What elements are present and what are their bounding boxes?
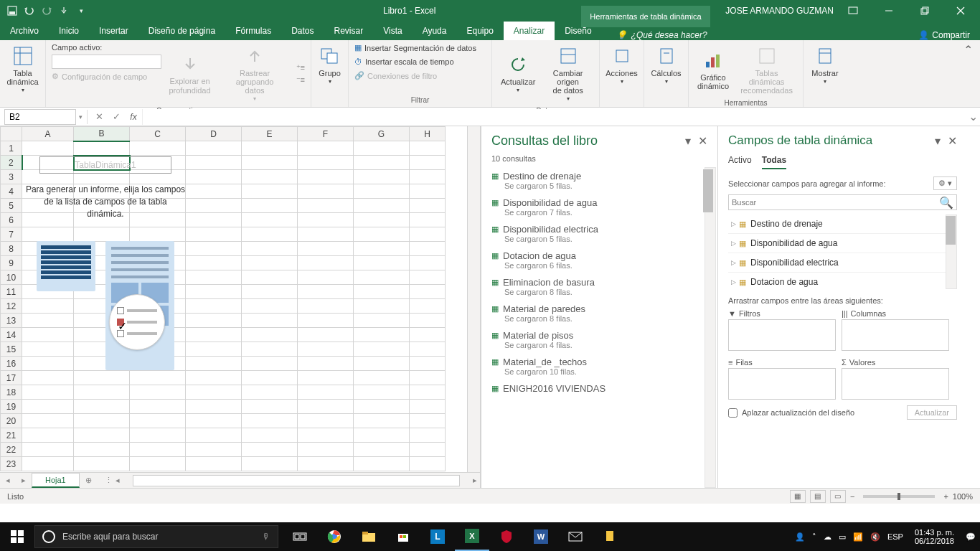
queries-dropdown-icon[interactable]: ▾	[685, 134, 691, 148]
formula-input[interactable]	[142, 109, 966, 125]
fields-dropdown-icon[interactable]: ▾	[935, 134, 941, 148]
update-button[interactable]: Actualizar	[907, 405, 957, 420]
cancel-formula-icon[interactable]: ✕	[90, 111, 108, 122]
show-button[interactable]: Mostrar▾	[809, 42, 841, 88]
tab-inicio[interactable]: Inicio	[49, 22, 89, 40]
redo-icon[interactable]	[39, 3, 55, 19]
insert-slicer-button[interactable]: ▦Insertar Segmentación de datos	[354, 42, 486, 54]
active-field-input[interactable]	[52, 55, 161, 69]
field-row[interactable]: ▷▦Dotacion de agua	[728, 273, 957, 289]
mail-icon[interactable]	[558, 522, 593, 551]
field-row[interactable]: ▷▦Disponibilidad electrica	[728, 253, 957, 273]
expand-formula-icon[interactable]: ⌄	[966, 110, 980, 123]
change-source-button[interactable]: Cambiar origen de datos▾	[542, 42, 593, 105]
fields-close-icon[interactable]: ✕	[948, 134, 957, 148]
area-columns[interactable]	[842, 319, 949, 351]
zoom-out-icon[interactable]: −	[850, 492, 854, 501]
query-item[interactable]: ▦Material_de _techosSe cargaron 10 filas…	[491, 353, 715, 380]
fields-search-input[interactable]	[732, 198, 939, 207]
field-row[interactable]: ▷▦Disponibilidad de agua	[728, 234, 957, 253]
collapse-ribbon-icon[interactable]: ⌃	[956, 40, 980, 107]
app-yellow-icon[interactable]	[593, 522, 627, 551]
defer-checkbox[interactable]	[728, 408, 738, 418]
app-l-icon[interactable]: L	[420, 522, 455, 551]
insert-timeline-button[interactable]: ⏱Insertar escala de tiempo	[354, 56, 486, 67]
expand-icon[interactable]: ▷	[731, 278, 736, 286]
tab-equipo[interactable]: Equipo	[456, 22, 503, 40]
clock[interactable]: 01:43 p. m. 06/12/2018	[910, 528, 958, 545]
view-layout-icon[interactable]: ▤	[810, 490, 826, 503]
expand-icon[interactable]: ⁺≡	[296, 63, 305, 72]
calculations-button[interactable]: Cálculos▾	[650, 42, 682, 88]
name-box[interactable]	[4, 109, 76, 125]
sheet-tab[interactable]: Hoja1	[32, 473, 80, 488]
area-filters[interactable]	[728, 319, 836, 351]
fx-icon[interactable]: fx	[125, 112, 142, 122]
query-item[interactable]: ▦Disponibilidad electricaSe cargaron 5 f…	[491, 220, 715, 247]
tab-ayuda[interactable]: Ayuda	[413, 22, 457, 40]
fields-tab-all[interactable]: Todas	[762, 152, 786, 169]
fields-scrollbar[interactable]	[946, 215, 957, 289]
group-button[interactable]: Grupo▾	[317, 42, 342, 88]
volume-icon[interactable]: 🔇	[870, 532, 880, 542]
ribbon-display-icon[interactable]	[837, 0, 870, 22]
tab-diseno-pagina[interactable]: Diseño de página	[138, 22, 225, 40]
store-icon[interactable]	[386, 522, 420, 551]
query-item[interactable]: ▦ENIGH2016 VIVIENDAS	[491, 380, 715, 397]
onedrive-icon[interactable]: ☁	[824, 532, 831, 542]
pivot-chart-button[interactable]: Gráfico dinámico	[694, 42, 732, 98]
excel-icon[interactable]: X	[455, 522, 489, 551]
expand-icon[interactable]: ▷	[731, 259, 736, 266]
area-rows[interactable]	[728, 368, 836, 400]
queries-close-icon[interactable]: ✕	[698, 134, 707, 148]
worksheet-grid[interactable]: ABCDEFGH12345678910111213141516171819202…	[0, 126, 467, 472]
field-settings-button[interactable]: ⚙Configuración de campo	[52, 70, 161, 83]
notifications-icon[interactable]: 💬	[966, 532, 976, 542]
mic-icon[interactable]: 🎙	[262, 532, 270, 542]
close-icon[interactable]	[944, 0, 977, 22]
undo-icon[interactable]	[22, 3, 37, 19]
sheet-nav-next[interactable]: ▸	[16, 476, 32, 485]
battery-icon[interactable]: ▭	[839, 532, 846, 542]
user-name[interactable]: JOSE ARMANDO GUZMAN	[725, 6, 834, 16]
save-icon[interactable]	[4, 3, 20, 19]
query-item[interactable]: ▦Dotacion de aguaSe cargaron 6 filas.	[491, 247, 715, 273]
zoom-slider[interactable]	[863, 495, 935, 498]
wifi-icon[interactable]: 📶	[853, 532, 863, 542]
field-row[interactable]: ▷▦Destino de drenaje	[728, 215, 957, 234]
tab-insertar[interactable]: Insertar	[89, 22, 138, 40]
tab-analizar[interactable]: Analizar	[504, 22, 555, 40]
query-item[interactable]: ▦Material de paredesSe cargaron 8 filas.	[491, 300, 715, 326]
query-item[interactable]: ▦Material de pisosSe cargaron 4 filas.	[491, 326, 715, 353]
taskbar-search[interactable]: Escribe aquí para buscar 🎙	[34, 525, 278, 548]
enter-formula-icon[interactable]: ✓	[108, 111, 125, 122]
actions-button[interactable]: Acciones▾	[606, 42, 638, 88]
tab-archivo[interactable]: Archivo	[0, 22, 49, 40]
area-values[interactable]	[842, 368, 949, 400]
new-sheet-icon[interactable]: ⊕	[80, 476, 98, 485]
zoom-in-icon[interactable]: +	[943, 492, 948, 501]
sheet-nav-prev[interactable]: ◂	[0, 476, 16, 485]
explorer-icon[interactable]	[352, 522, 386, 551]
chrome-icon[interactable]	[317, 522, 352, 551]
zoom-level[interactable]: 100%	[953, 492, 973, 501]
word-icon[interactable]: W	[524, 522, 558, 551]
pivot-table-button[interactable]: Tabla dinámica▾	[6, 42, 39, 97]
task-view-icon[interactable]	[283, 522, 317, 551]
expand-icon[interactable]: ▷	[731, 220, 736, 227]
fields-layout-icon[interactable]: ⚙ ▾	[933, 176, 957, 190]
hscroll-left[interactable]: ◂	[113, 476, 123, 485]
tab-vista[interactable]: Vista	[373, 22, 412, 40]
horizontal-scrollbar[interactable]	[133, 475, 460, 486]
share-button[interactable]: 👤Compartir	[918, 30, 970, 40]
vertical-scrollbar[interactable]	[467, 126, 480, 472]
query-item[interactable]: ▦Eliminacion de basuraSe cargaron 8 fila…	[491, 273, 715, 300]
tab-revisar[interactable]: Revisar	[324, 22, 374, 40]
query-item[interactable]: ▦Destino de drenajeSe cargaron 5 filas.	[491, 167, 715, 194]
qat-customize-icon[interactable]: ▾	[73, 3, 89, 19]
tab-formulas[interactable]: Fórmulas	[225, 22, 281, 40]
tray-up-icon[interactable]: ˄	[812, 532, 816, 542]
tell-me[interactable]: 💡¿Qué desea hacer?	[616, 30, 707, 40]
start-button[interactable]	[0, 522, 34, 551]
hscroll-right[interactable]: ▸	[470, 476, 480, 485]
